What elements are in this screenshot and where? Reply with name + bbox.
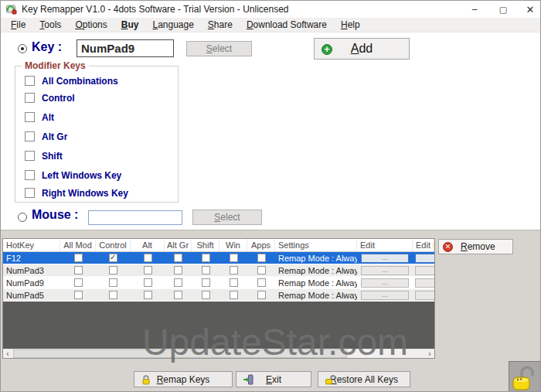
mouse-select-button[interactable]: Select [192,210,262,225]
control-checkbox[interactable] [25,93,35,103]
shift-checkbox[interactable] [25,151,35,161]
column-edit[interactable]: Edit [357,239,413,251]
app-logo-icon [6,4,17,15]
menu-file[interactable]: File [4,19,32,31]
shift-checkbox[interactable] [202,254,210,262]
modifier-control[interactable]: Control [25,92,75,104]
column-edit2[interactable]: Edit F [413,239,434,251]
menu-help[interactable]: Help [334,19,367,31]
apps-checkbox[interactable] [257,254,266,262]
mouse-radio[interactable] [18,213,27,222]
scroll-left-icon[interactable]: ‹ [3,349,12,358]
table-row[interactable]: NumPad9 Remap Mode : Always ... [3,277,434,289]
menu-download-software[interactable]: Download Software [240,19,334,31]
alt-checkbox[interactable] [144,266,152,274]
alt-checkbox[interactable] [144,254,152,262]
left-windows-key-checkbox[interactable] [25,170,35,180]
column-win[interactable]: Win [219,239,247,251]
trial-lock-button[interactable] [509,361,541,392]
control-checkbox[interactable] [109,278,117,287]
shift-checkbox[interactable] [202,278,210,287]
key-select-button[interactable]: Select [186,41,252,56]
all-combinations-checkbox[interactable] [25,76,35,86]
column-settings[interactable]: Settings [275,239,357,251]
big-open-padlock-icon [511,363,539,392]
edit-button[interactable]: ... [361,291,409,300]
alt-checkbox[interactable] [25,112,35,122]
modifier-alt[interactable]: Alt [25,111,54,123]
modifier-right-windows-key[interactable]: Right Windows Key [25,187,128,199]
apps-checkbox[interactable] [257,278,266,287]
shift-checkbox[interactable] [202,291,210,299]
column-control[interactable]: Control [96,239,131,251]
modifier-shift[interactable]: Shift [25,150,63,162]
alt-gr-checkbox[interactable] [25,131,35,141]
edit2-button[interactable] [415,278,434,288]
horizontal-scrollbar[interactable]: ‹ › [3,349,434,358]
table-row[interactable]: F12 Remap Mode : Always ... [3,252,434,264]
settings-cell: Remap Mode : Always [275,277,357,288]
win-checkbox[interactable] [230,266,238,274]
hotkey-cell: NumPad5 [3,289,60,301]
column-shift[interactable]: Shift [192,239,219,251]
edit2-button[interactable] [415,266,434,275]
table-row[interactable]: NumPad5 Remap Mode : Always ... [3,289,434,302]
edit-button[interactable]: ... [361,266,409,275]
modifier-alt-gr[interactable]: Alt Gr [25,131,67,142]
table-row[interactable]: NumPad3 Remap Mode : Always ... [3,264,434,277]
control-checkbox[interactable] [109,266,117,274]
all-mod-checkbox[interactable] [74,254,83,262]
remap-keys-button[interactable]: Remap Keys [134,371,233,387]
win-checkbox[interactable] [230,254,238,262]
modifier-left-windows-key[interactable]: Left Windows Key [25,169,121,181]
edit2-button[interactable] [415,254,434,263]
menu-options[interactable]: Options [68,19,114,31]
column-alt[interactable]: Alt [131,239,165,251]
alt-gr-checkbox[interactable] [174,278,182,287]
restore-all-keys-button[interactable]: Restore All Keys [318,371,410,387]
maximize-button[interactable]: ▢ [492,1,515,18]
remove-button[interactable]: ✕ Remove [438,239,513,254]
alt-gr-checkbox[interactable] [174,266,182,274]
scrollbar-thumb[interactable] [13,349,347,358]
menubar: File Tools Options Buy Language Share Do… [1,18,541,32]
all-mod-checkbox[interactable] [74,266,83,274]
column-all-mod[interactable]: All Mod [60,239,96,251]
menu-tools[interactable]: Tools [32,19,68,31]
hotkey-cell: NumPad3 [3,264,60,276]
apps-checkbox[interactable] [257,291,266,299]
close-button[interactable]: ✕ [519,1,541,18]
edit-button[interactable]: ... [361,278,409,288]
settings-cell: Remap Mode : Always [275,289,357,301]
all-mod-checkbox[interactable] [74,291,83,299]
key-input[interactable] [77,39,174,57]
apps-checkbox[interactable] [257,266,266,274]
right-windows-key-checkbox[interactable] [25,188,35,198]
exit-button[interactable]: Exit [236,371,311,387]
column-alt-gr[interactable]: Alt Gr [165,239,192,251]
alt-checkbox[interactable] [144,278,152,287]
edit2-button[interactable] [415,291,434,300]
win-checkbox[interactable] [230,278,238,287]
modifier-all-combinations[interactable]: All Combinations [25,75,118,87]
minimize-button[interactable]: – [463,1,486,18]
add-button[interactable]: + Add [314,38,410,60]
column-apps[interactable]: Apps [247,239,275,251]
control-checkbox[interactable] [109,254,117,262]
scroll-right-icon[interactable]: › [425,349,434,358]
alt-checkbox[interactable] [144,291,152,299]
key-radio[interactable] [18,44,27,53]
menu-buy[interactable]: Buy [114,19,146,31]
edit-button[interactable]: ... [361,254,409,263]
shift-checkbox[interactable] [202,266,210,274]
menu-language[interactable]: Language [145,19,200,31]
control-checkbox[interactable] [109,291,117,299]
alt-gr-checkbox[interactable] [174,254,182,262]
column-hotkey[interactable]: HotKey [3,239,60,251]
mouse-input[interactable] [88,210,182,225]
all-mod-checkbox[interactable] [74,278,83,287]
win-checkbox[interactable] [230,291,238,299]
exit-door-icon [243,374,253,385]
menu-share[interactable]: Share [201,19,240,31]
alt-gr-checkbox[interactable] [174,291,182,299]
